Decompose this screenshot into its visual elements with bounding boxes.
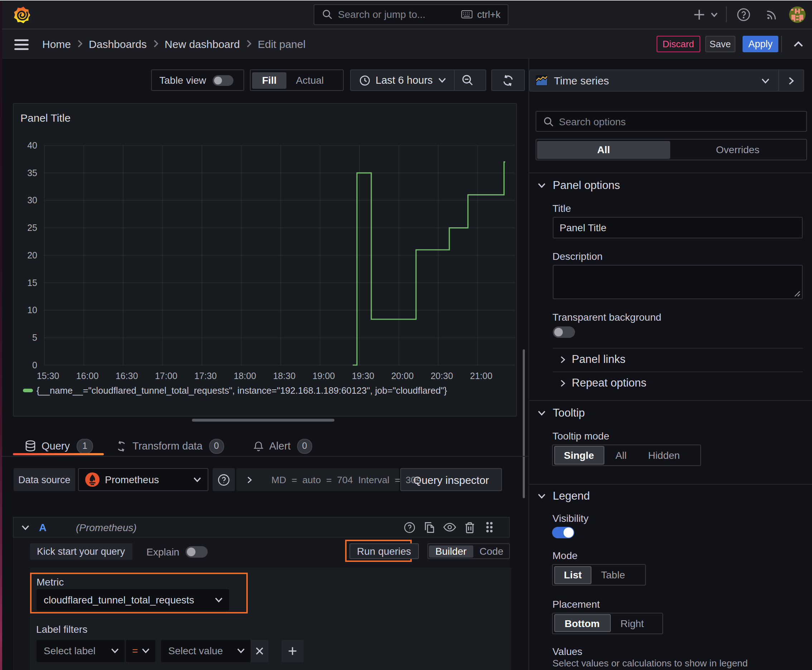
svg-text:15:30: 15:30 <box>37 371 59 381</box>
svg-text:18:00: 18:00 <box>234 371 256 381</box>
svg-text:20:30: 20:30 <box>431 371 453 381</box>
svg-text:20:00: 20:00 <box>391 371 414 381</box>
svg-text:15: 15 <box>27 277 37 288</box>
svg-text:35: 35 <box>27 168 37 178</box>
svg-text:17:30: 17:30 <box>194 371 217 381</box>
svg-text:17:00: 17:00 <box>155 371 177 381</box>
svg-text:25: 25 <box>27 222 37 232</box>
svg-text:16:00: 16:00 <box>76 371 98 381</box>
svg-text:19:30: 19:30 <box>352 371 374 381</box>
svg-text:20: 20 <box>27 250 37 260</box>
svg-text:5: 5 <box>32 332 37 342</box>
svg-text:21:00: 21:00 <box>470 371 492 381</box>
svg-text:19:00: 19:00 <box>312 371 335 381</box>
svg-text:30: 30 <box>27 195 37 205</box>
svg-text:0: 0 <box>32 360 37 370</box>
svg-text:10: 10 <box>27 305 37 315</box>
svg-text:16:30: 16:30 <box>115 371 138 381</box>
svg-text:40: 40 <box>27 140 37 150</box>
svg-text:18:30: 18:30 <box>273 371 295 381</box>
